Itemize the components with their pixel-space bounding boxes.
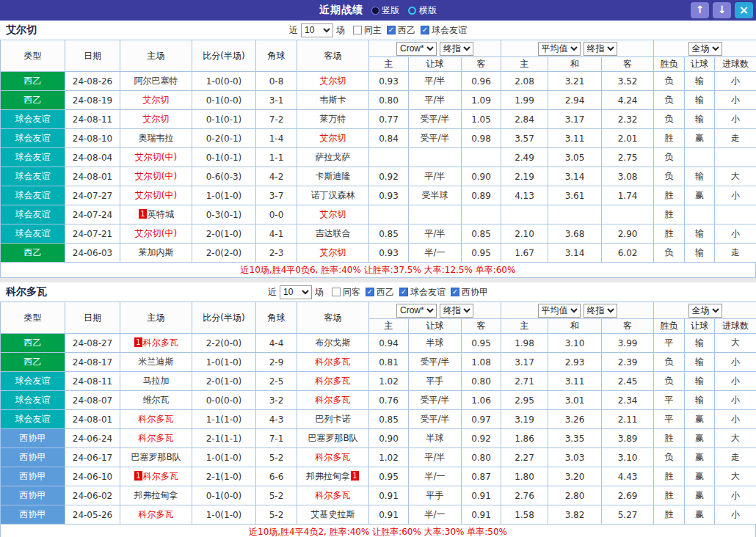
away-team-cell[interactable]: 艾尔切 [297,205,369,224]
dropdown-Crow*[interactable]: Crow* [396,304,437,318]
scroll-down-button[interactable]: ↓ [713,2,731,18]
home-team-cell[interactable]: 艾尔切 [120,110,192,129]
corner-cell: 5-2 [256,505,297,525]
date-cell: 24-06-17 [65,448,120,467]
filter-checkbox-球会友谊[interactable]: ✓球会友谊 [421,24,467,37]
goals-result-cell: 小 [715,505,756,525]
dropdown-终指[interactable]: 终指 [440,42,473,56]
team-section-away: 科尔多瓦 近 10 场 同客✓西乙✓球会友谊✓西协甲 类型日期主场比分(半场)角… [0,282,756,537]
away-team-cell[interactable]: 邦弗拉甸拿1 [297,467,369,486]
away-team-cell[interactable]: 吉达联合 [297,224,369,244]
filter-checkbox-西协甲[interactable]: ✓西协甲 [451,286,488,299]
score-cell: 1-0(0-0) [192,72,256,91]
radio-selected-icon[interactable] [408,7,416,15]
away-team-cell[interactable]: 科尔多瓦 [297,353,369,372]
dropdown-Crow*[interactable]: Crow* [396,42,437,56]
avg-odds-cell: 2.34 [602,391,654,410]
dropdown-全场[interactable]: 全场 [688,42,722,56]
away-team-cell[interactable]: 艾尔切 [297,129,369,148]
home-team-cell[interactable]: 科尔多瓦 [120,410,192,429]
away-team-cell[interactable]: 韦斯卡 [297,91,369,110]
score-cell: 1-0(1-0) [192,448,256,467]
radio-unselected-icon[interactable] [372,7,379,14]
checkbox-checked-icon[interactable]: ✓ [366,288,374,296]
home-team-cell[interactable]: 米兰迪斯 [120,353,192,372]
odds-cell [462,205,501,224]
odds-cell: 1.06 [462,391,501,410]
odds-cell: 0.85 [369,224,409,244]
home-team-cell[interactable]: 艾尔切 [120,91,192,110]
result-cell: 胜 [654,429,685,448]
dropdown-终指[interactable]: 终指 [584,42,617,56]
away-team-cell[interactable]: 艾尔切 [297,72,369,91]
filter-checkbox-球会友谊[interactable]: ✓球会友谊 [399,286,446,299]
home-team-cell[interactable]: 奥瑞韦拉 [120,129,192,148]
date-cell: 24-08-10 [65,129,120,148]
odds-cell: 0.87 [462,467,501,486]
avg-odds-cell: 3.11 [548,129,602,148]
away-team-cell[interactable]: 卡斯迪隆 [297,167,369,186]
away-team-cell[interactable]: 莱万特 [297,110,369,129]
home-team-cell[interactable]: 科尔多瓦 [120,505,192,525]
score-cell: 0-1(0-1) [192,148,256,167]
layout-radio-vertical[interactable]: 竖版 [372,4,399,17]
checkbox-checked-icon[interactable]: ✓ [451,288,459,296]
filter-checkbox-同客[interactable]: 同客 [332,286,360,299]
match-count-select[interactable]: 10 [280,285,312,299]
home-team-name: 维尔瓦 [143,395,170,405]
sub-column-header: 客 [462,319,501,334]
home-team-cell[interactable]: 维尔瓦 [120,391,192,410]
home-team-cell[interactable]: 艾尔切(中) [120,224,192,244]
filter-checkbox-西乙[interactable]: ✓西乙 [387,24,415,37]
score-cell: 0-3(0-1) [192,205,256,224]
home-team-cell[interactable]: 莱加内斯 [120,244,192,263]
away-team-cell[interactable]: 科尔多瓦 [297,372,369,391]
result-cell: 胜 [654,205,685,224]
close-button[interactable]: × [735,2,753,18]
home-team-cell[interactable]: 1科尔多瓦 [120,467,192,486]
away-team-cell[interactable]: 布尔戈斯 [297,334,369,353]
dropdown-终指[interactable]: 终指 [584,304,617,318]
away-team-cell[interactable]: 科尔多瓦 [297,448,369,467]
dropdown-平均值[interactable]: 平均值 [538,304,581,318]
home-team-cell[interactable]: 邦弗拉甸拿 [120,486,192,505]
dropdown-平均值[interactable]: 平均值 [538,42,581,56]
scroll-up-button[interactable]: ↑ [691,2,709,18]
home-team-cell[interactable]: 马拉加 [120,372,192,391]
checkbox-unchecked-icon[interactable] [353,26,362,34]
score-cell: 1-0(1-0) [192,505,256,525]
result-cell: 胜 [654,505,685,525]
home-team-cell[interactable]: 巴塞罗那B队 [120,448,192,467]
dropdown-全场[interactable]: 全场 [688,304,722,318]
checkbox-unchecked-icon[interactable] [332,288,341,296]
home-team-cell[interactable]: 阿尔巴塞特 [120,72,192,91]
away-team-cell[interactable]: 艾基史拉斯 [297,505,369,525]
home-team-cell[interactable]: 艾尔切(中) [120,148,192,167]
away-team-cell[interactable]: 科尔多瓦 [297,391,369,410]
filter-checkbox-西乙[interactable]: ✓西乙 [366,286,394,299]
home-team-cell[interactable]: 1英特城 [120,205,192,224]
away-team-cell[interactable]: 巴列卡诺 [297,410,369,429]
away-team-cell[interactable]: 诺丁汉森林 [297,186,369,205]
filter-checkbox-同主[interactable]: 同主 [353,24,382,37]
away-team-cell[interactable]: 科尔多瓦 [297,486,369,505]
away-team-cell[interactable]: 巴塞罗那B队 [297,429,369,448]
away-team-cell[interactable]: 萨拉戈萨 [297,148,369,167]
odds-cell: 0.76 [369,391,409,410]
home-team-cell[interactable]: 1科尔多瓦 [120,334,192,353]
checkbox-checked-icon[interactable]: ✓ [387,26,396,34]
home-team-cell[interactable]: 艾尔切(中) [120,186,192,205]
home-team-cell[interactable]: 艾尔切(中) [120,167,192,186]
score-cell: 0-1(0-0) [192,91,256,110]
corner-cell: 2-9 [256,353,297,372]
dropdown-终指[interactable]: 终指 [440,304,473,318]
avg-odds-cell: 3.52 [602,72,654,91]
layout-radio-horizontal[interactable]: 横版 [408,4,437,17]
home-team-cell[interactable]: 科尔多瓦 [120,429,192,448]
match-count-select[interactable]: 10 [301,23,333,37]
checkbox-checked-icon[interactable]: ✓ [399,288,408,296]
away-team-cell[interactable]: 艾尔切 [297,244,369,263]
checkbox-checked-icon[interactable]: ✓ [421,26,429,34]
odds-group-header: 平均值终指 [501,40,654,57]
filter-checkbox-label: 西乙 [398,24,415,37]
